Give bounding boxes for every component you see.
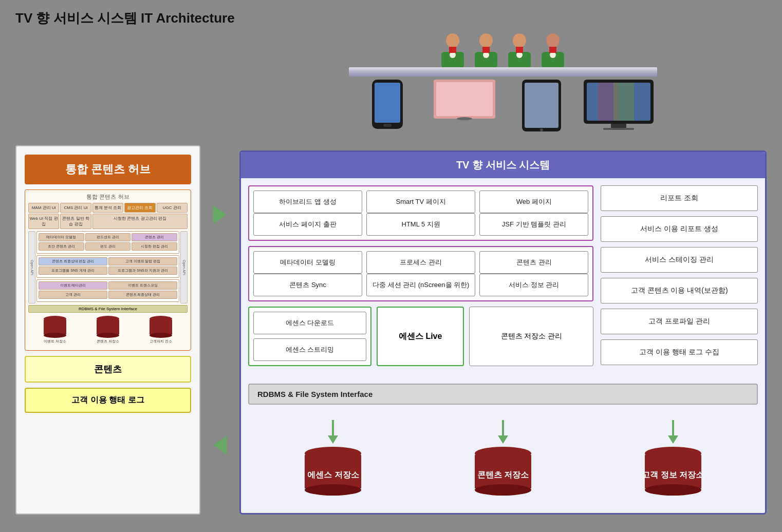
hub-cell: 시청한 콘텐츠 광고관리 편집 [92, 214, 188, 229]
storage-label: 콘텐츠 저장소 [477, 469, 529, 480]
content-storage-btn[interactable]: 콘텐츠 저장소 관리 [469, 307, 593, 366]
rdbms-bar: RDBMS & File System Interface [248, 384, 758, 405]
stor-bottom [475, 484, 531, 496]
cylinder-content: 콘텐츠 저장소 [475, 447, 531, 496]
tv-service-header: TV 향 서비스 시스템 [241, 152, 765, 178]
hub-section-cell: 메타데이터 모델링 [39, 233, 84, 241]
cylinder-label: 콘텐츠 저장소 [97, 339, 119, 344]
hub-db-customer: 고객자치 전소 [150, 316, 172, 344]
customer-log-btn[interactable]: 고객 이용 행태 로그 수집 [601, 339, 758, 365]
left-hub-panel: 통합 콘텐츠 허브 통합 콘텐츠 허브 MAM 관리 UI CMS 관리 UI … [15, 145, 200, 515]
hub-inner-title: 통합 콘텐츠 허브 [28, 193, 188, 201]
cylinder-body [44, 320, 66, 334]
cylinder-bottom [44, 333, 66, 338]
jsf-btn[interactable]: JSF 기반 템플릿 관리 [479, 213, 588, 236]
stor-top [645, 447, 701, 460]
svg-rect-7 [482, 47, 490, 53]
hub-section-cell: 편드센트 관리 [85, 233, 131, 241]
storage-arrow-essens [328, 420, 338, 444]
hub-storage-row: 이벤트 저장소 콘텐츠 저장소 고객자치 전소 [28, 316, 188, 344]
staging-btn[interactable]: 서비스 스테이징 관리 [601, 247, 758, 273]
service-main-col: 하이브리드 앱 생성 Smart TV 페이지 Web 페이지 서비스 페이지 … [248, 185, 593, 366]
content-mgmt-btn[interactable]: 콘텐츠 관리 [479, 251, 588, 274]
hub-section-1: 메타데이터 모델링 편드센트 관리 콘텐츠 관리 초안 콘텐츠 관리 편도 관리… [36, 231, 179, 254]
arrow-right-icon [213, 205, 227, 224]
arrow-left-icon [213, 436, 227, 454]
hub-cell: Web UI 직접 편집 [28, 214, 59, 229]
hub-cell: 통계 분석 조회 [92, 203, 123, 213]
stor-top [305, 447, 361, 460]
process-btn[interactable]: 프로세스 관리 [366, 251, 475, 274]
platform-bar [349, 67, 657, 77]
service-row2: 서비스 페이지 출판 HTML 5 지원 JSF 기반 템플릿 관리 [253, 213, 588, 236]
tv-service-content: 하이브리드 앱 생성 Smart TV 페이지 Web 페이지 서비스 페이지 … [241, 178, 765, 513]
green-area: 에센스 다운로드 에센스 스트리밍 에센스 Live 콘텐츠 저장소 관리 [248, 307, 593, 366]
cylinder-top [150, 316, 172, 322]
hub-db-event: 이벤트 저장소 [44, 316, 66, 344]
devices-area [239, 32, 767, 145]
hub-cell: 광고관리 조회 [124, 203, 155, 213]
hub-cell: CMS 관리 UI [60, 203, 91, 213]
cylinder-customer: 고객 정보 저장소 [645, 447, 701, 496]
cylinder-bottom [97, 333, 119, 338]
storage-label: 에센스 저장소 [307, 469, 359, 480]
hub-section-2: 콘텐츠 최종상태 편집 관리 고객 이벤트 알람 편집 프로그램을 SNS 게재… [36, 255, 179, 278]
svg-rect-29 [613, 83, 634, 121]
open-api-label: Open API [29, 259, 35, 276]
customer-profile-btn[interactable]: 고객 프로파일 관리 [601, 309, 758, 334]
hub-section-cell: 고객 이벤트 알람 편집 [108, 257, 177, 265]
svg-rect-3 [449, 47, 456, 53]
smart-tv-btn[interactable]: Smart TV 페이지 [366, 191, 475, 213]
service-info-btn[interactable]: 서비스 정보 관리 [479, 274, 588, 296]
svg-rect-18 [383, 124, 392, 127]
hub-section-cell: 프로그램과 SNS와 지원과 관리 [108, 267, 177, 275]
hub-section-cell: 콘텐츠 최종상태 관리 [108, 291, 177, 299]
essens-download-btn[interactable]: 에센스 다운로드 [253, 312, 366, 334]
service-publish-btn[interactable]: 서비스 페이지 출판 [253, 213, 362, 236]
html5-btn[interactable]: HTML 5 지원 [366, 213, 475, 236]
stor-bottom [305, 484, 361, 496]
svg-point-22 [457, 117, 472, 120]
service-row4: 콘텐츠 Sync 다중 세션 관리 (nScreen을 위한) 서비스 정보 관… [253, 274, 588, 296]
svg-point-0 [446, 33, 459, 48]
report-view-btn[interactable]: 리포트 조회 [601, 185, 758, 211]
service-row3: 메타데이터 모델링 프로세스 관리 콘텐츠 관리 [253, 251, 588, 274]
multi-session-btn[interactable]: 다중 세션 관리 (nScreen을 위한) [366, 274, 475, 296]
hub-cell: UGC 관리 [157, 203, 188, 213]
svg-rect-30 [611, 124, 626, 128]
cylinder-label: 이벤트 저장소 [44, 339, 66, 344]
user-icon-2 [472, 32, 500, 66]
svg-rect-24 [525, 83, 558, 128]
hub-section-cell: 이벤트 트랜스코딩 [108, 281, 177, 290]
device-tablet [511, 79, 572, 132]
service-report-btn[interactable]: 서비스 이용 리포트 생성 [601, 216, 758, 242]
hub-db-content: 콘텐츠 저장소 [97, 316, 119, 344]
storage-arrow-customer [668, 420, 678, 444]
user-icon-4 [539, 32, 567, 66]
web-page-btn[interactable]: Web 페이지 [479, 191, 588, 213]
service-side-col: 리포트 조회 서비스 이용 리포트 생성 서비스 스테이징 관리 고객 콘텐츠 … [601, 185, 758, 366]
hybrid-app-btn[interactable]: 하이브리드 앱 생성 [253, 191, 362, 213]
bottom-storage-row: 에센스 저장소 콘텐츠 저장소 [248, 420, 758, 506]
content-sync-btn[interactable]: 콘텐츠 Sync [253, 274, 362, 296]
users-row [439, 32, 567, 66]
page-title: TV 향 서비스 시스템 IT Architecture [0, 0, 782, 32]
device-laptop [434, 79, 495, 132]
essens-live-box[interactable]: 에센스 Live [377, 307, 464, 366]
storage-content: 콘텐츠 저장소 [475, 420, 531, 496]
svg-point-4 [479, 33, 493, 48]
arrow-line [502, 420, 504, 435]
service-main-cols: 하이브리드 앱 생성 Smart TV 페이지 Web 페이지 서비스 페이지 … [248, 185, 758, 366]
essens-streaming-btn[interactable]: 에센스 스트리밍 [253, 338, 366, 361]
stor-bottom [645, 484, 701, 496]
svg-rect-31 [603, 128, 634, 130]
arrow-head [498, 435, 508, 444]
metadata-btn[interactable]: 메타데이터 모델링 [253, 251, 362, 274]
svg-rect-20 [436, 82, 493, 116]
purple-section-row1: 하이브리드 앱 생성 Smart TV 페이지 Web 페이지 서비스 페이지 … [248, 185, 593, 241]
right-main-area: TV 향 서비스 시스템 하이브리드 앱 생성 Smart TV 페이지 [239, 32, 767, 515]
customer-content-btn[interactable]: 고객 콘텐츠 이용 내역(보관함) [601, 278, 758, 303]
devices-row [357, 79, 649, 132]
hub-section-cell: 콘텐츠 관리 [132, 233, 177, 241]
svg-rect-15 [549, 47, 556, 53]
